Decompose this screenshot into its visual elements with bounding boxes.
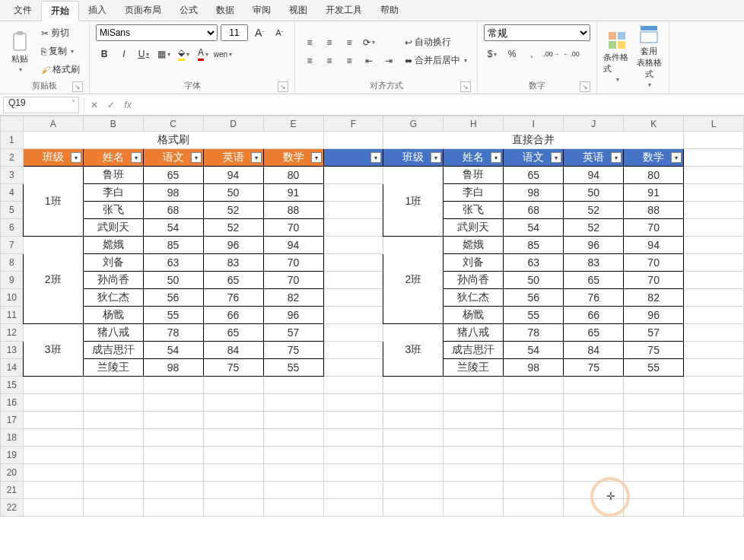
cell[interactable]: 91 <box>624 184 684 202</box>
align-top-button[interactable]: ≡ <box>301 34 318 51</box>
cell[interactable] <box>504 429 564 447</box>
cell[interactable]: 李白 <box>83 184 143 202</box>
cell[interactable]: 55 <box>504 307 564 324</box>
cell[interactable]: 85 <box>143 237 203 254</box>
cell[interactable]: 嫦娥 <box>444 237 504 254</box>
cell[interactable] <box>624 464 684 482</box>
cell[interactable] <box>263 464 323 482</box>
cell[interactable] <box>323 324 383 342</box>
cell[interactable] <box>684 132 744 149</box>
cell[interactable] <box>323 237 383 254</box>
column-header[interactable]: C <box>143 116 203 132</box>
cell[interactable] <box>203 412 263 429</box>
cell[interactable] <box>684 254 744 272</box>
cell[interactable]: 3班 <box>383 324 444 377</box>
cell[interactable]: 鲁班 <box>83 167 143 184</box>
cell[interactable] <box>504 499 564 517</box>
menu-item-2[interactable]: 插入 <box>79 1 116 20</box>
confirm-formula-button[interactable]: ✓ <box>103 97 119 113</box>
row-header[interactable]: 10 <box>1 289 24 307</box>
cell[interactable] <box>684 377 744 394</box>
cell[interactable]: 52 <box>564 219 624 237</box>
cell[interactable]: 孙尚香 <box>83 272 143 289</box>
cell[interactable]: 96 <box>564 237 624 254</box>
cell[interactable] <box>684 447 744 464</box>
cell[interactable] <box>203 377 263 394</box>
cell[interactable]: 鲁班 <box>444 167 504 184</box>
cell[interactable]: 班级▾ <box>383 149 444 167</box>
formula-input[interactable] <box>136 97 744 113</box>
cell[interactable]: 2班 <box>23 237 83 324</box>
cell[interactable] <box>23 412 83 429</box>
cell[interactable] <box>323 429 383 447</box>
cell[interactable] <box>383 412 444 429</box>
cell[interactable]: 70 <box>624 254 684 272</box>
cell[interactable]: 82 <box>263 289 323 307</box>
cell[interactable]: 94 <box>203 167 263 184</box>
cell[interactable] <box>23 429 83 447</box>
cell[interactable] <box>83 412 143 429</box>
conditional-format-button[interactable]: 条件格式 <box>603 30 631 83</box>
border-button[interactable]: ▦ <box>155 46 172 62</box>
cell[interactable] <box>383 482 444 499</box>
cell[interactable]: 刘备 <box>83 254 143 272</box>
cell[interactable] <box>684 359 744 377</box>
merge-center-button[interactable]: ⬌ 合并后居中 <box>402 52 470 69</box>
column-header[interactable]: K <box>624 116 684 132</box>
menu-item-6[interactable]: 审阅 <box>243 1 280 20</box>
row-header[interactable]: 15 <box>1 377 24 394</box>
cell[interactable]: 张飞 <box>83 202 143 219</box>
cell[interactable]: 班级▾ <box>23 149 83 167</box>
cell[interactable]: 英语▾ <box>564 149 624 167</box>
cell[interactable]: 68 <box>504 202 564 219</box>
cell[interactable] <box>83 464 143 482</box>
cell[interactable] <box>684 429 744 447</box>
cell[interactable]: 数学▾ <box>624 149 684 167</box>
cell[interactable] <box>263 429 323 447</box>
cell[interactable]: 98 <box>143 184 203 202</box>
menu-item-1[interactable]: 开始 <box>41 1 79 21</box>
cell[interactable] <box>684 464 744 482</box>
font-launcher[interactable]: ↘ <box>278 81 288 92</box>
cell[interactable] <box>203 447 263 464</box>
cell[interactable] <box>444 429 504 447</box>
row-header[interactable]: 16 <box>1 394 24 412</box>
cell[interactable] <box>684 272 744 289</box>
cell[interactable]: 3班 <box>23 324 83 377</box>
cell[interactable]: 刘备 <box>444 254 504 272</box>
column-header[interactable]: D <box>203 116 263 132</box>
row-header[interactable]: 18 <box>1 429 24 447</box>
align-bottom-button[interactable]: ≡ <box>341 34 358 51</box>
row-header[interactable]: 13 <box>1 342 24 359</box>
row-header[interactable]: 17 <box>1 412 24 429</box>
filter-dropdown-button[interactable]: ▾ <box>71 152 81 163</box>
cell[interactable]: 70 <box>624 219 684 237</box>
font-color-button[interactable]: A <box>195 46 211 62</box>
number-format-select[interactable]: 常规 <box>484 24 590 41</box>
cell[interactable]: 嫦娥 <box>83 237 143 254</box>
comma-button[interactable]: , <box>523 46 540 62</box>
cell[interactable] <box>564 482 624 499</box>
cell[interactable]: 李白 <box>444 184 504 202</box>
cell[interactable]: 1班 <box>23 167 83 237</box>
cell[interactable]: 70 <box>263 254 323 272</box>
cell[interactable] <box>564 429 624 447</box>
cell[interactable] <box>564 394 624 412</box>
cell[interactable]: 82 <box>624 289 684 307</box>
decrease-decimal-button[interactable]: ←.00 <box>563 46 580 62</box>
cell[interactable] <box>23 482 83 499</box>
cell[interactable] <box>323 132 383 149</box>
indent-increase-button[interactable]: ⇥ <box>380 52 397 69</box>
align-middle-button[interactable]: ≡ <box>321 34 338 51</box>
menu-item-8[interactable]: 开发工具 <box>316 1 371 20</box>
cell[interactable] <box>263 394 323 412</box>
underline-button[interactable]: U <box>135 46 152 62</box>
cell[interactable]: 54 <box>143 342 203 359</box>
cell[interactable]: 成吉思汗 <box>83 342 143 359</box>
row-header[interactable]: 9 <box>1 272 24 289</box>
cell[interactable] <box>504 447 564 464</box>
cell[interactable] <box>323 184 383 202</box>
cell[interactable]: 猪八戒 <box>83 324 143 342</box>
column-header[interactable]: G <box>383 116 444 132</box>
row-header[interactable]: 14 <box>1 359 24 377</box>
